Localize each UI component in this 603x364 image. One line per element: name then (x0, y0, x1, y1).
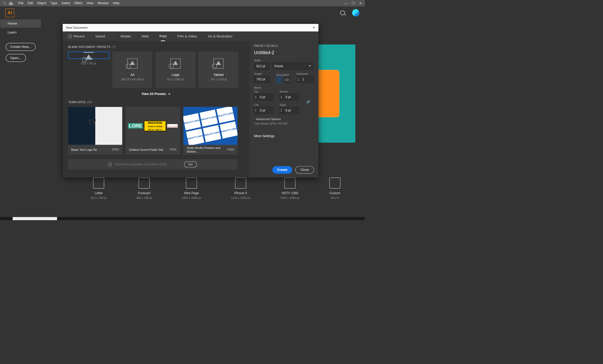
template-outdoor-poster[interactable]: LORE WEEKEND TOWN & VENUE FRI 15 - SUN 1… (126, 107, 180, 155)
artboards-input[interactable] (300, 76, 314, 83)
tab-separator (113, 34, 113, 39)
home-icon[interactable] (9, 2, 13, 5)
tab-web[interactable]: Web (136, 31, 154, 41)
bleed-top-input[interactable] (258, 93, 273, 101)
bleed-top-label: Top (254, 90, 273, 93)
page-icon (83, 52, 94, 53)
dialog-left-pane: BLANK DOCUMENT PRESETS(7) Letter 612 x 7… (63, 41, 250, 178)
create-button[interactable]: Create (272, 166, 292, 174)
template-thumb: INOLIIT'S GRISINOLIIT'S GRISINOLIIT'S GR… (183, 107, 238, 145)
more-settings[interactable]: More Settings (254, 131, 314, 138)
create-new-button[interactable]: Create New... (6, 43, 36, 51)
units-dropdown[interactable]: Points (272, 62, 313, 70)
bleed-label: Bleed (254, 86, 314, 89)
page-icon (214, 59, 224, 69)
illustrator-logo-icon: Ai (5, 8, 14, 17)
orientation-landscape[interactable] (284, 77, 290, 83)
home-preset-row: Letter612 x 792 pt Postcard560 x 288 pt … (76, 177, 355, 200)
bleed-right-input[interactable] (283, 107, 299, 114)
os-taskbar (0, 217, 365, 220)
tab-recent[interactable]: Recent (63, 31, 90, 41)
preset-a4[interactable]: A4 595.28 x 841.89 pt (113, 52, 152, 88)
menu-object[interactable]: Object (37, 1, 46, 5)
taskbar-item[interactable] (13, 217, 57, 220)
tab-print[interactable]: Print (154, 31, 172, 41)
search-icon[interactable] (340, 10, 345, 15)
artboards-label: Artboards (297, 72, 314, 76)
menu-effect[interactable]: Effect (74, 1, 82, 5)
preset-legal[interactable]: Legal 612 x 1008 pt (155, 52, 195, 88)
menu-help[interactable]: Help (113, 1, 119, 5)
menu-window[interactable]: Window (97, 1, 109, 5)
home-preset-hdtv[interactable]: HDTV 10801920 x 1080 px (280, 177, 299, 200)
templates-header: TEMPLATES(35) (68, 101, 244, 104)
page-icon (127, 59, 137, 69)
stock-go-button[interactable]: Go (184, 161, 197, 167)
home-preset-webpage[interactable]: Web Page1920 x 1080 px (182, 177, 201, 200)
window-close-icon[interactable]: ✕ (359, 1, 362, 5)
template-violet-studio[interactable]: INOLIIT'S GRISINOLIIT'S GRISINOLIIT'S GR… (183, 107, 238, 155)
template-thumb: LORE WEEKEND TOWN & VENUE FRI 15 - SUN 1… (126, 107, 180, 145)
tab-saved[interactable]: Saved (90, 31, 110, 41)
orientation-portrait[interactable] (276, 77, 282, 83)
home-preset-custom[interactable]: CustomW x H (329, 177, 340, 200)
orientation-label: Orientation (276, 74, 290, 77)
search-icon (108, 163, 112, 166)
adobe-stock-search: Go (68, 159, 237, 170)
bleed-top-stepper[interactable]: ▲▼ (254, 93, 257, 101)
dialog-close-icon[interactable]: ✕ (312, 26, 315, 30)
menu-select[interactable]: Select (62, 1, 70, 5)
color-mode-readout: Color Mode:CMYK, PPI:300 (254, 122, 314, 125)
home-preset-postcard[interactable]: Postcard560 x 288 pt (136, 177, 152, 200)
tab-film-video[interactable]: Film & Video (172, 31, 202, 41)
dialog-category-tabs: Recent Saved Mobile Web Print Film & Vid… (63, 31, 319, 41)
dialog-title: New Document (66, 26, 88, 30)
new-document-dialog: New Document ✕ Recent Saved Mobile Web P… (63, 24, 319, 177)
user-avatar[interactable] (352, 9, 360, 16)
menu-edit[interactable]: Edit (27, 1, 33, 5)
bleed-right-stepper[interactable]: ▲▼ (280, 107, 283, 114)
stock-search-input[interactable] (115, 163, 181, 166)
bleed-left-label: Left (254, 104, 273, 107)
bleed-right-label: Right (280, 104, 299, 107)
home-preset-letter[interactable]: Letter612 x 792 pt (91, 177, 107, 200)
bleed-left-stepper[interactable]: ▲▼ (254, 107, 257, 114)
home-preset-iphonex[interactable]: iPhone X1125 x 2436 px (231, 177, 250, 200)
tab-art-illustration[interactable]: Art & Illustration (202, 31, 238, 41)
preset-details-pane: PRESET DETAILS Width Points Height Orie (249, 41, 318, 178)
artboards-stepper[interactable]: ▲▼ (297, 76, 300, 83)
menu-file[interactable]: File (18, 1, 24, 5)
window-maximize-icon[interactable]: ❐ (352, 1, 355, 5)
dialog-titlebar: New Document ✕ (63, 24, 319, 31)
app-menubar: ⮌ File Edit Object Type Select Effect Vi… (0, 0, 365, 7)
advanced-options-toggle[interactable]: Advanced Options (254, 117, 314, 121)
menu-items: File Edit Object Type Select Effect View… (17, 1, 119, 5)
template-basic-text-logo[interactable]: Basic Text Logo KitFREE (68, 107, 122, 155)
bleed-bottom-input[interactable] (283, 93, 299, 101)
blank-presets-header: BLANK DOCUMENT PRESETS(7) (68, 46, 244, 49)
tab-mobile[interactable]: Mobile (115, 31, 136, 41)
home-header: Ai (0, 7, 365, 19)
link-bleed-icon[interactable]: 🔗 (305, 99, 311, 105)
ai-glyph: ⮌ (3, 1, 6, 5)
preset-details-header: PRESET DETAILS (254, 44, 314, 48)
height-input[interactable] (254, 76, 270, 83)
document-name-input[interactable] (254, 50, 295, 57)
width-label: Width (254, 59, 314, 62)
width-input[interactable] (254, 62, 270, 70)
menu-view[interactable]: View (86, 1, 93, 5)
view-all-presets[interactable]: View All Presets＋ (68, 92, 244, 96)
close-button[interactable]: Close (295, 166, 314, 174)
open-button[interactable]: Open... (6, 54, 26, 62)
clock-icon (68, 34, 72, 38)
window-minimize-icon[interactable]: — (344, 1, 348, 5)
preset-letter[interactable]: Letter 612 x 792 pt (68, 52, 109, 59)
home-left-nav: Home Learn Create New... Open... (0, 19, 63, 62)
nav-learn[interactable]: Learn (0, 28, 63, 36)
nav-home[interactable]: Home (0, 19, 41, 28)
bleed-left-input[interactable] (258, 107, 273, 114)
menu-type[interactable]: Type (51, 1, 57, 5)
bleed-bottom-stepper[interactable]: ▲▼ (280, 93, 283, 101)
height-label: Height (254, 72, 270, 76)
preset-tabloid[interactable]: Tabloid 792 x 1224 pt (199, 52, 238, 88)
